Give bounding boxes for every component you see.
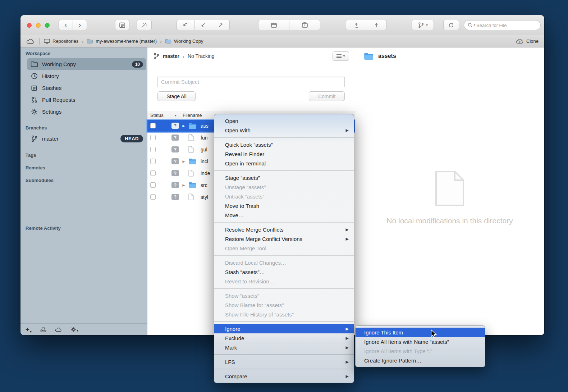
fetch-button[interactable] [366, 20, 386, 30]
breadcrumb-repository[interactable]: my-awesome-theme (master) [87, 38, 157, 44]
menu-item-ignore[interactable]: Ignore▶ [214, 324, 354, 333]
submenu-item-ignore-all-with-name[interactable]: Ignore All Items with Name “assets” [356, 337, 485, 346]
branch-icon [153, 53, 160, 60]
sidebar-item-history[interactable]: History [27, 70, 146, 82]
commit-area: Stage All Commit [147, 65, 355, 111]
menu-item-reveal-in-finder[interactable]: Reveal in Finder [214, 149, 354, 159]
section-tags[interactable]: Tags [20, 149, 147, 160]
checkout-button[interactable] [177, 20, 194, 30]
stage-checkbox[interactable] [150, 123, 156, 128]
section-remotes[interactable]: Remotes [20, 160, 147, 173]
merge-button[interactable] [212, 20, 230, 30]
menu-item-move-to-trash[interactable]: Move to Trash [214, 201, 354, 210]
branch-actions [177, 20, 230, 30]
menu-item-open-with[interactable]: Open With▶ [214, 126, 354, 135]
stage-checkbox[interactable] [150, 170, 156, 176]
sidebar: Workspace Working Copy 10 History Stashe… [20, 47, 147, 335]
menu-item-open[interactable]: Open [214, 116, 354, 126]
file-name: ass [201, 123, 209, 129]
reset-button[interactable] [194, 20, 212, 30]
status-badge: ? [171, 146, 179, 152]
stage-checkbox[interactable] [150, 135, 156, 140]
branch-name: master [42, 136, 59, 142]
sync-buttons [258, 20, 320, 30]
discard-button[interactable] [137, 20, 152, 30]
menu-item-restore-merge-conflict-versions[interactable]: Restore Merge Conflict Versions▶ [214, 234, 354, 243]
disclosure-triangle-icon[interactable]: ▶ [179, 160, 188, 163]
repo-settings-button[interactable]: ▾ [70, 327, 78, 332]
submenu-item-create-ignore-pattern[interactable]: Create Ignore Pattern… [356, 356, 485, 365]
menu-item-quick-look[interactable]: Quick Look “assets” [214, 140, 354, 149]
minimize-window-button[interactable] [36, 23, 41, 28]
refresh-button[interactable] [443, 20, 459, 30]
add-button[interactable] [289, 20, 320, 30]
commit-button[interactable] [115, 20, 129, 30]
folder-icon [165, 38, 171, 44]
breadcrumb: Repositories › my-awesome-theme (master)… [20, 35, 544, 47]
menu-item-resolve-merge-conflicts[interactable]: Resolve Merge Conflicts▶ [214, 225, 354, 234]
disclosure-triangle-icon[interactable]: ▶ [179, 124, 188, 128]
disclosure-triangle-icon[interactable]: ▶ [179, 183, 188, 187]
search-field[interactable]: ▾ [464, 20, 541, 30]
stage-checkbox[interactable] [150, 159, 156, 164]
menu-separator [214, 354, 354, 355]
selected-folder-name: assets [378, 53, 396, 59]
sidebar-item-working-copy[interactable]: Working Copy 10 [27, 58, 146, 70]
menu-item-compare[interactable]: Compare▶ [214, 372, 354, 381]
forward-button[interactable]: › [73, 20, 87, 30]
current-branch: master [163, 53, 179, 59]
section-branches[interactable]: Branches [20, 122, 147, 133]
submenu-item-ignore-this-item[interactable]: Ignore This Item [356, 328, 485, 337]
commit-submit-button[interactable]: Commit [309, 91, 345, 101]
sidebar-item-label: Stashes [42, 85, 61, 91]
forward-icon: › [78, 20, 81, 30]
add-repository-button[interactable]: + ▾ [26, 326, 32, 333]
stage-all-button[interactable]: Stage All [157, 91, 196, 101]
section-submodules[interactable]: Submodules [20, 173, 147, 185]
status-badge: ? [171, 158, 179, 164]
sidebar-item-label: History [42, 73, 59, 79]
file-name: inde [201, 170, 210, 176]
remote-accounts-button[interactable] [55, 327, 62, 332]
breadcrumb-repositories[interactable]: Repositories [44, 38, 78, 44]
back-button[interactable]: ‹ [59, 20, 73, 30]
sidebar-item-stashes[interactable]: Stashes [27, 82, 146, 94]
filename-column-header[interactable]: Filename [179, 113, 202, 118]
menu-item-lfs[interactable]: LFS▶ [214, 357, 354, 366]
cloud-icon [55, 327, 62, 332]
sidebar-item-settings[interactable]: Settings [27, 106, 146, 118]
stage-checkbox[interactable] [150, 147, 156, 152]
stage-checkbox[interactable] [150, 194, 156, 200]
sidebar-item-pull-requests[interactable]: Pull Requests [27, 94, 146, 106]
view-options-button[interactable]: ▾ [333, 51, 349, 61]
git-flow-button[interactable]: ▾ [412, 20, 434, 30]
commit-subject-input[interactable] [157, 77, 345, 87]
menu-separator [214, 321, 354, 322]
menu-item-exclude[interactable]: Exclude▶ [214, 333, 354, 343]
close-window-button[interactable] [27, 23, 32, 28]
menu-item-show: Show “assets” [214, 291, 354, 300]
sidebar-item-branch-master[interactable]: master HEAD [27, 133, 146, 145]
submenu-arrow-icon: ▶ [346, 327, 349, 331]
menu-item-move[interactable]: Move… [214, 210, 354, 220]
stash-button[interactable] [258, 20, 289, 30]
section-remote-activity: Remote Activity [20, 222, 147, 233]
search-input[interactable] [476, 23, 537, 28]
chevron-down-icon: ▾ [343, 54, 345, 58]
menu-item-unstage: Unstage “assets” [214, 182, 354, 192]
inbox-button[interactable] [40, 327, 46, 332]
sidebar-item-label: Pull Requests [42, 97, 75, 103]
stage-checkbox[interactable] [150, 182, 156, 188]
menu-item-mark[interactable]: Mark▶ [214, 343, 354, 352]
zoom-window-button[interactable] [45, 23, 50, 28]
push-button[interactable] [346, 20, 366, 30]
menu-item-stage[interactable]: Stage “assets” [214, 173, 354, 182]
submenu-arrow-icon: ▶ [346, 128, 349, 133]
menu-separator [214, 369, 354, 369]
arrow-up-icon [373, 22, 380, 28]
status-column-header[interactable]: Status ▾ [147, 111, 179, 119]
breadcrumb-working-copy[interactable]: Working Copy [165, 38, 203, 44]
menu-item-open-in-terminal[interactable]: Open in Terminal [214, 159, 354, 168]
clone-button[interactable]: Clone [516, 38, 539, 44]
menu-item-stash[interactable]: Stash “assets”… [214, 267, 354, 277]
